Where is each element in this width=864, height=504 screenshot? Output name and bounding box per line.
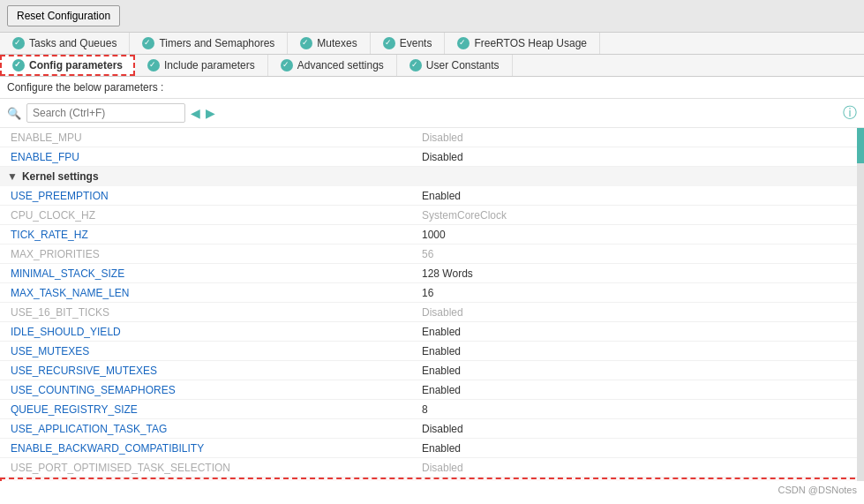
param-value-enable-backward-compatibility: Enabled [422, 442, 461, 455]
param-row-use-preemption[interactable]: USE_PREEMPTION Enabled [0, 186, 864, 206]
param-row-max-priorities[interactable]: MAX_PRIORITIES 56 [0, 244, 864, 264]
tabs-row-1: Tasks and Queues Timers and Semaphores M… [0, 33, 864, 55]
info-icon[interactable]: ⓘ [843, 104, 857, 123]
param-name-idle-should-yield: IDLE_SHOULD_YIELD [7, 326, 422, 338]
param-name-minimal-stack-size: MINIMAL_STACK_SIZE [7, 267, 422, 280]
param-row-minimal-stack-size[interactable]: MINIMAL_STACK_SIZE 128 Words [0, 264, 864, 283]
param-name-use-recursive-mutexes: USE_RECURSIVE_MUTEXES [7, 365, 422, 377]
param-value-max-priorities: 56 [422, 248, 433, 260]
scrollbar-track [857, 128, 864, 481]
tab-advanced-settings[interactable]: Advanced settings [268, 55, 397, 76]
param-name-enable-fpu: ENABLE_FPU [7, 151, 422, 163]
param-value-enable-fpu: Disabled [422, 151, 463, 163]
param-name-use-preemption: USE_PREEMPTION [7, 190, 422, 202]
tab-events[interactable]: Events [371, 33, 446, 54]
param-value-minimal-stack-size: 128 Words [422, 267, 473, 280]
tab-mutexes[interactable]: Mutexes [288, 33, 370, 54]
navigate-prev-icon[interactable]: ◀ [191, 106, 200, 120]
toolbar: Reset Configuration [0, 0, 864, 33]
param-row-enable-fpu[interactable]: ENABLE_FPU Disabled [0, 147, 864, 167]
param-row-idle-should-yield[interactable]: IDLE_SHOULD_YIELD Enabled [0, 322, 864, 342]
param-value-use-mutexes: Enabled [422, 345, 461, 357]
param-name-max-priorities: MAX_PRIORITIES [7, 248, 422, 260]
param-row-max-task-name-len[interactable]: MAX_TASK_NAME_LEN 16 [0, 283, 864, 303]
tab-icon-advanced [281, 59, 293, 71]
param-value-idle-should-yield: Enabled [422, 326, 461, 338]
tab-icon-include [147, 59, 160, 71]
param-row-queue-registry-size[interactable]: QUEUE_REGISTRY_SIZE 8 [0, 400, 864, 419]
chevron-down-icon: ▼ [7, 170, 18, 183]
search-icon: 🔍 [7, 107, 21, 120]
param-name-use-16-bit-ticks: USE_16_BIT_TICKS [7, 306, 422, 319]
param-value-use-16-bit-ticks: Disabled [422, 306, 463, 319]
param-row-use-recursive-mutexes[interactable]: USE_RECURSIVE_MUTEXES Enabled [0, 361, 864, 380]
param-row-use-16-bit-ticks[interactable]: USE_16_BIT_TICKS Disabled [0, 303, 864, 322]
param-name-use-mutexes: USE_MUTEXES [7, 345, 422, 357]
param-value-use-counting-semaphores: Enabled [422, 384, 461, 396]
tab-icon-mutexes [300, 37, 312, 49]
tab-icon-timers [142, 37, 154, 49]
param-value-queue-registry-size: 8 [422, 403, 428, 416]
tabs-row-2: Config parameters Include parameters Adv… [0, 55, 864, 77]
tab-user-constants[interactable]: User Constants [397, 55, 513, 76]
param-value-max-task-name-len: 16 [422, 287, 433, 299]
params-container: ENABLE_MPU Disabled ENABLE_FPU Disabled … [0, 128, 864, 481]
param-name-queue-registry-size: QUEUE_REGISTRY_SIZE [7, 403, 422, 416]
tab-icon-user-constants [409, 59, 422, 71]
param-value-tick-rate-hz: 1000 [422, 229, 446, 241]
param-row-use-mutexes[interactable]: USE_MUTEXES Enabled [0, 342, 864, 361]
reset-configuration-button[interactable]: Reset Configuration [7, 5, 120, 26]
param-row-use-tickless-idle[interactable]: USE_TICKLESS_IDLE Built in functionality… [0, 478, 864, 481]
param-row-cpu-clock-hz[interactable]: CPU_CLOCK_HZ SystemCoreClock [0, 206, 864, 225]
param-row-use-application-task-tag[interactable]: USE_APPLICATION_TASK_TAG Disabled [0, 419, 864, 439]
param-row-tick-rate-hz[interactable]: TICK_RATE_HZ 1000 [0, 225, 864, 244]
tab-freertos-heap[interactable]: FreeRTOS Heap Usage [445, 33, 600, 54]
kernel-settings-section[interactable]: ▼ Kernel settings [0, 167, 864, 186]
param-name-enable-mpu: ENABLE_MPU [7, 132, 422, 144]
tab-config-parameters[interactable]: Config parameters [0, 55, 135, 76]
tab-icon-tasks [12, 37, 25, 49]
param-name-enable-backward-compatibility: ENABLE_BACKWARD_COMPATIBILITY [7, 442, 422, 455]
scrollbar-thumb[interactable] [857, 128, 864, 163]
search-input[interactable] [26, 103, 185, 123]
tab-icon-freertos [457, 37, 470, 49]
tab-icon-config [12, 59, 25, 71]
param-value-use-recursive-mutexes: Enabled [422, 365, 461, 377]
param-name-tick-rate-hz: TICK_RATE_HZ [7, 229, 422, 241]
param-value-use-application-task-tag: Disabled [422, 423, 463, 435]
navigate-next-icon[interactable]: ▶ [206, 106, 215, 120]
param-value-cpu-clock-hz: SystemCoreClock [422, 209, 507, 222]
param-name-use-counting-semaphores: USE_COUNTING_SEMAPHORES [7, 384, 422, 396]
tab-icon-events [383, 37, 395, 49]
param-name-use-port-optimised: USE_PORT_OPTIMISED_TASK_SELECTION [7, 462, 422, 474]
watermark: CSDN @DSNotes [0, 481, 864, 499]
tab-tasks-queues[interactable]: Tasks and Queues [0, 33, 130, 54]
param-name-max-task-name-len: MAX_TASK_NAME_LEN [7, 287, 422, 299]
search-bar: 🔍 ◀ ▶ ⓘ [0, 99, 864, 128]
param-row-enable-mpu[interactable]: ENABLE_MPU Disabled [0, 128, 864, 147]
param-row-use-port-optimised[interactable]: USE_PORT_OPTIMISED_TASK_SELECTION Disabl… [0, 458, 864, 478]
param-row-use-counting-semaphores[interactable]: USE_COUNTING_SEMAPHORES Enabled [0, 380, 864, 400]
param-name-use-application-task-tag: USE_APPLICATION_TASK_TAG [7, 423, 422, 435]
param-value-use-port-optimised: Disabled [422, 462, 463, 474]
param-value-enable-mpu: Disabled [422, 132, 463, 144]
config-description: Configure the below parameters : [0, 77, 864, 99]
tab-timers-semaphores[interactable]: Timers and Semaphores [130, 33, 288, 54]
param-name-cpu-clock-hz: CPU_CLOCK_HZ [7, 209, 422, 222]
param-value-use-preemption: Enabled [422, 190, 461, 202]
tab-include-parameters[interactable]: Include parameters [135, 55, 268, 76]
param-row-enable-backward-compatibility[interactable]: ENABLE_BACKWARD_COMPATIBILITY Enabled [0, 439, 864, 458]
